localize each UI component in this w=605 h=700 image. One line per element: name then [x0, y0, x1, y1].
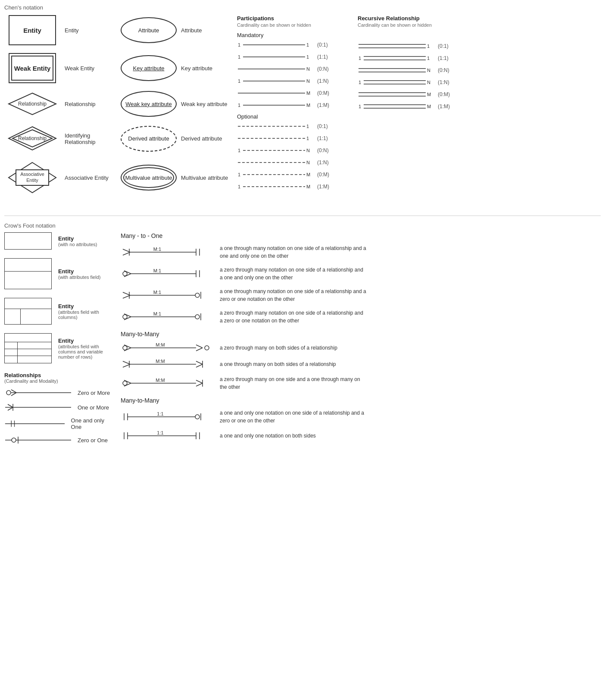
chens-row-associative: Associative Entity Associative Entity Mu… — [4, 160, 233, 195]
associative-entity-shape: Associative Entity — [4, 160, 60, 195]
rel-row-zero-one: Zero or One — [4, 435, 112, 445]
rel-one-only-label: One and only One — [71, 417, 112, 430]
crows-right: Many - to - One M:1 a one through many n… — [121, 232, 601, 450]
crows-section: Crow's Foot notation Entity (with no att… — [4, 216, 601, 450]
part-line-svg-0M: M — [237, 89, 315, 97]
svg-point-61 — [6, 391, 11, 395]
cf-entity-attr-header — [5, 259, 51, 272]
many-to-many2-title: Many-to-Many — [121, 397, 601, 404]
opt-line-svg-01: 1 — [237, 122, 315, 130]
weak-entity-box: Weak Entity — [9, 53, 56, 83]
opt-row-1M: 1 M (1:M) — [237, 183, 353, 191]
part-line-svg-1M: 1 M — [237, 101, 315, 109]
part-row-01: 1 1 (0:1) — [237, 41, 353, 49]
svg-text:1:1: 1:1 — [157, 412, 163, 416]
rec-line-1M: 1 M — [358, 103, 435, 110]
crows-top-layout: Entity (with no attributes) Entity (with… — [4, 232, 601, 450]
svg-text:M: M — [306, 103, 310, 108]
svg-line-63 — [11, 390, 16, 393]
svg-line-68 — [8, 407, 13, 410]
cf-entity-simple-shape — [4, 232, 52, 250]
cf-m1-line-3: M:1 — [121, 290, 215, 300]
svg-point-82 — [123, 272, 127, 276]
recursive-title: Recursive Relationship — [358, 15, 474, 22]
svg-point-73 — [12, 438, 16, 442]
cf-col-right — [21, 309, 51, 324]
cf-entity-cols-box — [4, 298, 52, 325]
optional-title: Optional — [237, 113, 353, 120]
rec-row-11: 1 1 (1:1) — [358, 54, 474, 62]
svg-point-94 — [195, 293, 200, 297]
chens-row-identifying: Relationship Identifying Relationship De… — [4, 125, 233, 153]
svg-text:M:1: M:1 — [153, 247, 161, 252]
cf-entity-label-text: Entity — [58, 235, 97, 242]
attribute-label: Attribute — [181, 27, 233, 34]
multivalue-ellipse: Multivalue attribute — [121, 165, 177, 191]
svg-text:N: N — [427, 68, 430, 73]
part-notation-1N: (1:N) — [317, 78, 336, 84]
svg-line-125 — [196, 383, 203, 386]
cf-m1-row-2: M:1 a zero through many notation on one … — [121, 266, 601, 281]
cf-11-line-1: 1:1 — [121, 412, 215, 422]
svg-text:M:1: M:1 — [153, 290, 161, 295]
rel-zero-one-svg — [4, 435, 73, 445]
weak-key-attr-shape: Weak key attribute — [121, 91, 177, 117]
svg-text:M:1: M:1 — [153, 269, 161, 273]
cf-entity-rows-row: Entity (attributes field with columns an… — [4, 333, 112, 363]
svg-line-117 — [196, 364, 203, 367]
svg-point-103 — [123, 346, 127, 350]
rec-notation-0M: (0:M) — [438, 91, 457, 97]
cf-rows-line-2 — [18, 349, 51, 356]
derived-attr-label: Derived attribute — [181, 135, 233, 142]
derived-attr-shape: Derived attribute — [121, 126, 177, 152]
rec-line-11: 1 1 — [358, 54, 435, 62]
svg-text:1: 1 — [238, 78, 240, 84]
opt-row-1N: N (1:N) — [237, 159, 353, 166]
cf-m1-desc-3: a one through many notation on one side … — [220, 288, 366, 303]
opt-line-svg-0M: 1 M — [237, 171, 315, 178]
cf-entity-cols-shape — [4, 298, 52, 325]
cf-entity-simple-label: Entity (with no attributes) — [58, 235, 97, 247]
cf-entity-cols-sublabel-text: (attributes field with columns) — [58, 309, 112, 320]
svg-text:Entity: Entity — [26, 178, 38, 183]
cf-rows-col-right — [18, 342, 51, 363]
entity-shape: Entity — [4, 15, 60, 45]
chens-col: Entity Entity Attribute Attribute Weak E… — [4, 15, 233, 203]
rec-line-0M: M — [358, 91, 435, 98]
part-row-0M: M (0:M) — [237, 89, 353, 97]
svg-line-124 — [196, 380, 203, 383]
mandatory-title: Mandatory — [237, 32, 353, 38]
cf-entity-cols-label-text: Entity — [58, 303, 112, 309]
rec-row-1N: 1 N (1:N) — [358, 78, 474, 86]
part-notation-11: (1:1) — [317, 54, 336, 60]
svg-line-108 — [196, 345, 203, 348]
svg-text:1: 1 — [359, 80, 361, 85]
multivalue-attr-shape: Multivalue attribute — [121, 165, 177, 191]
part-notation-01: (0:1) — [317, 42, 336, 48]
svg-text:M:M: M:M — [156, 359, 165, 364]
svg-text:1: 1 — [306, 54, 309, 59]
cf-mm-row-1: M:M a zero through many on both sides of… — [121, 343, 601, 353]
relationship-diamond: Relationship — [6, 91, 58, 117]
svg-text:1: 1 — [238, 172, 240, 177]
crows-title: Crow's Foot notation — [4, 222, 601, 229]
svg-text:1: 1 — [427, 56, 430, 61]
weak-key-attr-label: Weak key attribute — [181, 101, 233, 107]
rec-notation-0N: (0:N) — [438, 67, 457, 73]
chens-row-entity: Entity Entity Attribute Attribute — [4, 15, 233, 45]
relationship-shape: Relationship — [4, 91, 60, 117]
cf-entity-attr-label: Entity (with attributes field) — [58, 268, 100, 280]
svg-text:1: 1 — [306, 124, 309, 129]
cf-m1-line-2: M:1 — [121, 269, 215, 279]
cf-m1-line-1: M:1 — [121, 247, 215, 257]
rec-notation-1N: (1:N) — [438, 79, 457, 85]
recursive-col: Recursive Relationship Cardinality can b… — [353, 15, 474, 203]
svg-point-101 — [195, 315, 200, 319]
cf-entity-attr-label-text: Entity — [58, 268, 100, 275]
part-notation-0N: (0:N) — [317, 66, 336, 72]
cf-11-line-2: 1:1 — [121, 431, 215, 441]
cf-rows-line-1 — [18, 342, 51, 349]
cf-entity-rows-label-text: Entity — [58, 338, 112, 344]
cf-entity-rows-body — [5, 342, 51, 363]
rec-row-1M: 1 M (1:M) — [358, 103, 474, 110]
